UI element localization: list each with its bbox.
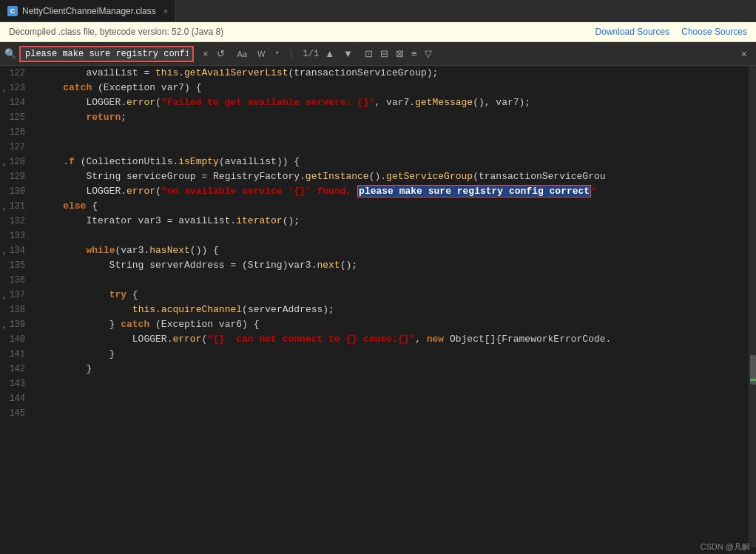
code-line: try { [40,288,749,303]
view-option2-button[interactable]: ⊠ [393,47,407,61]
line-number: 133 [0,229,31,243]
code-line: this.acquireChannel(serverAddress); [40,303,749,317]
line-number: 141 [0,347,31,362]
line-number: 124 [0,95,31,110]
search-icon[interactable]: 🔍 [4,48,16,60]
line-number: ▾131 [0,199,31,214]
tab-bar: C NettyClientChannelManager.class × [0,0,756,22]
search-input-box [19,46,194,62]
line-number: 125 [0,110,31,125]
line-number: ▾128 [0,155,31,169]
align-button[interactable]: ≡ [408,47,420,61]
info-bar-actions: Download Sources Choose Sources [595,27,747,37]
choose-sources-link[interactable]: Choose Sources [681,27,747,37]
code-editor: 122▾123124125126127▾128129130▾131132133▾… [0,66,756,547]
match-case-button[interactable]: Aa [234,48,251,60]
search-divider: | [288,48,294,59]
code-line: else { [40,199,749,214]
code-line: } [40,347,749,362]
info-bar: Decompiled .class file, bytecode version… [0,22,756,42]
code-line: } catch (Exception var6) { [40,317,749,332]
search-bar: 🔍 × ↺ Aa W * | 1/1 ▲ ▼ ⊡ ⊟ ⊠ ≡ ▽ × [0,42,756,66]
search-extra-buttons: ⊡ ⊟ ⊠ ≡ ▽ [362,47,435,61]
code-line [40,125,749,140]
view-option-button[interactable]: ⊟ [377,47,391,61]
tab-close-button[interactable]: × [163,7,168,16]
fold-icon[interactable]: ▾ [0,158,6,166]
fold-icon[interactable]: ▾ [0,291,6,299]
code-content: availList = this.getAvailServerList(tran… [37,66,749,547]
code-line: catch (Exception var7) { [40,81,749,95]
scrollbar-marker [750,379,756,381]
line-number: 143 [0,376,31,391]
whole-word-button[interactable]: W [254,48,269,60]
line-number: 138 [0,303,31,317]
line-numbers: 122▾123124125126127▾128129130▾131132133▾… [0,66,37,547]
search-history-button[interactable]: ↺ [214,47,228,61]
code-line [40,391,749,406]
status-label: CSDN @凡解 [701,542,750,551]
tab-file-icon: C [7,6,18,16]
code-line: } [40,362,749,376]
code-line [40,273,749,288]
close-search-button[interactable]: × [737,47,752,61]
line-number: 135 [0,258,31,273]
line-number: ▾134 [0,243,31,258]
code-line: while(var3.hasNext()) { [40,243,749,258]
search-match-count: 1/1 [303,49,320,59]
download-sources-link[interactable]: Download Sources [595,27,670,37]
line-number: 140 [0,332,31,347]
editor-tab[interactable]: C NettyClientChannelManager.class × [0,0,176,21]
tab-title: NettyClientChannelManager.class [22,6,156,16]
filter-button[interactable]: ▽ [422,47,435,61]
line-number: 145 [0,406,31,421]
clear-search-button[interactable]: × [200,47,212,61]
regex-button[interactable]: * [271,48,282,60]
code-line: LOGGER.error("Failed to get available se… [40,95,749,110]
search-controls: × ↺ [200,47,228,61]
next-match-button[interactable]: ▼ [340,47,356,61]
search-options: Aa W * [234,48,283,60]
code-line: Iterator var3 = availList.iterator(); [40,214,749,229]
line-number: 129 [0,169,31,184]
code-line [40,376,749,391]
line-number: 130 [0,184,31,199]
prev-match-button[interactable]: ▲ [322,47,337,61]
line-number: 136 [0,273,31,288]
view-toggle-button[interactable]: ⊡ [362,47,376,61]
line-number: ▾137 [0,288,31,303]
code-line [40,140,749,155]
line-number: ▾123 [0,81,31,95]
decompiled-info-text: Decompiled .class file, bytecode version… [9,27,223,37]
code-line: String serverAddress = (String)var3.next… [40,258,749,273]
line-number: 122 [0,66,31,81]
vertical-scrollbar[interactable] [749,66,756,547]
code-line: availList = this.getAvailServerList(tran… [40,66,749,81]
line-number: ▾139 [0,317,31,332]
code-line: return; [40,110,749,125]
code-line [40,229,749,243]
line-number: 126 [0,125,31,140]
fold-icon[interactable]: ▾ [0,203,6,210]
code-line: LOGGER.error("{} can not connect to {} c… [40,332,749,347]
code-line: LOGGER.error("no available service '{}' … [40,184,749,199]
code-line: String serviceGroup = RegistryFactory.ge… [40,169,749,184]
line-number: 142 [0,362,31,376]
code-line: .f (CollectionUtils.isEmpty(availList)) … [40,155,749,169]
code-line [40,406,749,421]
fold-icon[interactable]: ▾ [0,84,6,92]
fold-icon[interactable]: ▾ [0,321,6,328]
line-number: 127 [0,140,31,155]
search-input[interactable] [25,49,188,59]
status-bar: CSDN @凡解 [695,540,756,554]
line-number: 132 [0,214,31,229]
line-number: 144 [0,391,31,406]
fold-icon[interactable]: ▾ [0,247,6,254]
